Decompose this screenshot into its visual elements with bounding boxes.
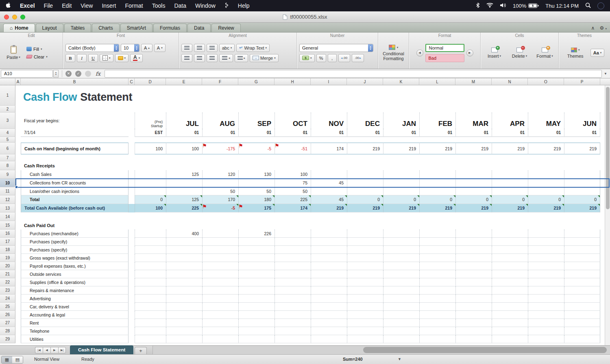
cell-A26[interactable] <box>15 311 21 319</box>
cell-N22[interactable] <box>492 278 528 286</box>
column-header-L[interactable]: L <box>419 78 455 85</box>
paste-button[interactable]: Paste▾ <box>2 46 24 60</box>
horizontal-scrollbar-thumb[interactable] <box>363 347 607 353</box>
sheet-tab-cash-flow-statement[interactable]: Cash Flow Statement <box>70 345 133 354</box>
cell-L3[interactable]: FEB <box>419 113 455 129</box>
cell-C13[interactable] <box>129 204 135 212</box>
cell-F29[interactable] <box>202 335 238 343</box>
cell-I27[interactable] <box>311 319 347 327</box>
cell-G28[interactable] <box>238 327 274 335</box>
cell-C21[interactable] <box>129 270 135 278</box>
cell-N21[interactable] <box>492 270 528 278</box>
row-header-17[interactable]: 17 <box>0 238 15 246</box>
cell-C10[interactable] <box>129 179 135 187</box>
cell-A6[interactable] <box>15 143 21 154</box>
cell-A15[interactable] <box>15 221 21 230</box>
cell-C12[interactable] <box>129 195 135 204</box>
column-header-D[interactable]: D <box>135 78 166 85</box>
cell-M6[interactable]: 219 <box>455 143 492 154</box>
align-middle-button[interactable] <box>194 44 205 52</box>
cell-D17[interactable] <box>135 238 166 246</box>
menu-view[interactable]: View <box>81 2 93 9</box>
normal-view-button[interactable]: ▦ <box>2 356 12 363</box>
cell-E20[interactable] <box>166 262 202 270</box>
cell-D23[interactable] <box>135 286 166 295</box>
sheet-nav-first-icon[interactable]: |◀ <box>35 347 43 353</box>
cell-K20[interactable] <box>383 262 419 270</box>
cell-C25[interactable] <box>129 303 135 311</box>
cell-G29[interactable] <box>238 335 274 343</box>
themes-button[interactable]: ▾ Themes <box>564 48 586 58</box>
align-left-button[interactable] <box>181 54 192 62</box>
menu-data[interactable]: Data <box>174 2 186 9</box>
delete-cells-button[interactable]: − Delete▾ <box>509 48 531 58</box>
cell-L28[interactable] <box>419 327 455 335</box>
row-header-14[interactable]: 14 <box>0 212 15 221</box>
cell-A7[interactable] <box>15 154 21 161</box>
cell-J16[interactable] <box>347 230 383 238</box>
cell-H28[interactable] <box>274 327 311 335</box>
cell-F10[interactable] <box>202 179 238 187</box>
cell-A16[interactable] <box>15 230 21 238</box>
cell-K6[interactable]: 219 <box>383 143 419 154</box>
cell-H23[interactable] <box>274 286 311 295</box>
cell-L24[interactable] <box>419 295 455 303</box>
horizontal-scrollbar[interactable] <box>152 346 610 354</box>
cell-E18[interactable] <box>166 246 202 254</box>
cell-O11[interactable] <box>528 187 564 195</box>
cell-I24[interactable] <box>311 295 347 303</box>
cell-P6[interactable]: 219 <box>564 143 600 154</box>
cell-F11[interactable]: 50 <box>202 187 238 195</box>
cell-F24[interactable] <box>202 295 238 303</box>
cell-K17[interactable] <box>383 238 419 246</box>
cell-J17[interactable] <box>347 238 383 246</box>
cell-B21[interactable]: Outside services <box>21 270 129 278</box>
cell-L11[interactable] <box>419 187 455 195</box>
sum-dropdown-icon[interactable]: ▼ <box>398 357 401 361</box>
font-size-select[interactable]: 10 ▲▼ <box>121 44 139 52</box>
menu-format[interactable]: Format <box>125 2 143 9</box>
cell-N4[interactable]: 01 <box>492 129 528 137</box>
cell-M12[interactable]: 0 <box>455 195 492 204</box>
cell-style-normal[interactable]: Normal <box>425 44 464 52</box>
row-header-26[interactable]: 26 <box>0 311 15 319</box>
cell-H29[interactable] <box>274 335 311 343</box>
cell-H20[interactable] <box>274 262 311 270</box>
cell-D13[interactable]: 100 <box>135 204 166 212</box>
cell-L18[interactable] <box>419 246 455 254</box>
menu-help[interactable]: Help <box>238 2 250 9</box>
cell-O12[interactable]: 0 <box>528 195 564 204</box>
column-header-K[interactable]: K <box>383 78 419 85</box>
cell-P19[interactable] <box>564 254 600 262</box>
cell-F28[interactable] <box>202 327 238 335</box>
cell-O19[interactable] <box>528 254 564 262</box>
cell-C4[interactable] <box>129 129 135 137</box>
cell-F13[interactable]: -5⚑ <box>202 204 238 212</box>
row-header-3[interactable]: 3 <box>0 113 15 129</box>
cell-B26[interactable]: Accounting & legal <box>21 311 129 319</box>
cell-I19[interactable] <box>311 254 347 262</box>
cell-G27[interactable] <box>238 319 274 327</box>
cell-C22[interactable] <box>129 278 135 286</box>
cell-E16[interactable]: 400 <box>166 230 202 238</box>
cell-B9[interactable]: Cash Sales <box>21 170 129 179</box>
cell-K23[interactable] <box>383 286 419 295</box>
cell-K24[interactable] <box>383 295 419 303</box>
cell-F25[interactable] <box>202 303 238 311</box>
sheet-nav-prev-icon[interactable]: ◀ <box>43 347 50 353</box>
cell-L23[interactable] <box>419 286 455 295</box>
cell-B29[interactable]: Utilities <box>21 335 129 343</box>
cell-B23[interactable]: Repairs & maintenance <box>21 286 129 295</box>
cell-A22[interactable] <box>15 278 21 286</box>
row-header-6[interactable]: 6 <box>0 143 15 154</box>
cell-D6[interactable]: 100 <box>135 143 166 154</box>
cell-O22[interactable] <box>528 278 564 286</box>
cell-E10[interactable] <box>166 179 202 187</box>
row-header-2[interactable]: 2 <box>0 106 15 113</box>
cell-P20[interactable] <box>564 262 600 270</box>
cell-C28[interactable] <box>129 327 135 335</box>
cell-O27[interactable] <box>528 319 564 327</box>
column-header-J[interactable]: J <box>347 78 383 85</box>
cell-K25[interactable] <box>383 303 419 311</box>
cell-C23[interactable] <box>129 286 135 295</box>
